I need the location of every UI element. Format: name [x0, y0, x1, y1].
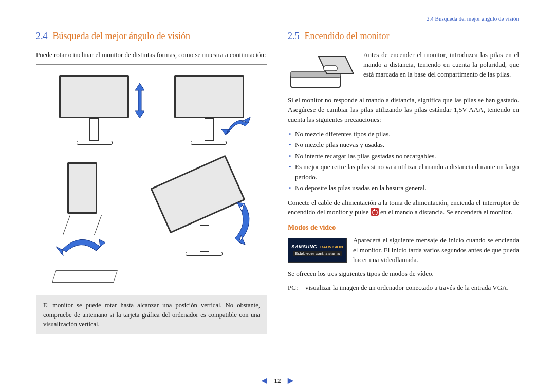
paragraph-batteries-replace: Si el monitor no responde al mando a dis… — [288, 96, 519, 125]
definition-body: visualizar la imagen de un ordenador con… — [305, 283, 509, 293]
list-item: No mezcle diferentes tipos de pilas. — [288, 129, 519, 139]
right-column: 2.5Encendido del monitor Antes de encend… — [288, 31, 519, 334]
startup-message-text: Establecer conf. sistema — [293, 251, 342, 256]
remote-battery-figure — [288, 52, 357, 94]
pager: ◀ 12 ▶ — [0, 376, 555, 385]
precautions-list: No mezcle diferentes tipos de pilas. No … — [288, 129, 519, 193]
list-item: Es mejor que retire las pilas si no va a… — [288, 162, 519, 182]
heading-rule — [36, 45, 267, 45]
rotate-arrow-icon — [218, 200, 252, 247]
svg-rect-2 — [324, 66, 337, 71]
rotation-figure — [36, 64, 267, 290]
section-title: Encendido del monitor — [305, 31, 390, 41]
list-item: No deposite las pilas usadas en la basur… — [288, 183, 519, 193]
vertical-arrow-icon — [133, 82, 146, 119]
heading-rule — [288, 45, 519, 45]
tilt-arrow-icon — [220, 114, 251, 139]
section-2-4-heading: 2.4Búsqueda del mejor ángulo de visión — [36, 31, 267, 42]
left-column: 2.4Búsqueda del mejor ángulo de visión P… — [36, 31, 267, 334]
running-header: 2.4 Búsqueda del mejor ángulo de visión — [36, 15, 519, 22]
paragraph-power-on: Conecte el cable de alimentación a la to… — [288, 198, 519, 218]
section-number: 2.4 — [36, 31, 48, 41]
brand-samsung: SAMSUNG — [292, 244, 318, 249]
page-number: 12 — [274, 377, 281, 384]
list-item: No intente recargar las pilas gastadas n… — [288, 151, 519, 161]
startup-message-figure: SAMSUNG RADVISION Establecer conf. siste… — [288, 238, 347, 263]
brand-radvision: RADVISION — [320, 245, 343, 249]
definition-term: PC: — [288, 283, 300, 293]
definition-pc: PC: visualizar la imagen de un ordenador… — [288, 283, 519, 293]
subsection-video-modes: Modos de vídeo — [288, 223, 519, 232]
section-2-5-heading: 2.5Encendido del monitor — [288, 31, 519, 42]
paragraph-video-modes-intro: Se ofrecen los tres siguientes tipos de … — [288, 269, 519, 279]
note-box: El monitor se puede rotar hasta alcanzar… — [36, 295, 267, 334]
section-title: Búsqueda del mejor ángulo de visión — [53, 31, 190, 41]
text-fragment: en el mando a distancia. Se encenderá el… — [379, 208, 512, 216]
power-button-icon — [371, 208, 379, 216]
swivel-arrow-icon — [52, 234, 108, 265]
section-number: 2.5 — [288, 31, 300, 41]
intro-paragraph: Puede rotar o inclinar el monitor de dis… — [36, 50, 267, 60]
next-page-arrow-icon[interactable]: ▶ — [283, 377, 299, 384]
prev-page-arrow-icon[interactable]: ◀ — [256, 377, 272, 384]
two-column-layout: 2.4Búsqueda del mejor ángulo de visión P… — [36, 31, 519, 334]
list-item: No mezcle pilas nuevas y usadas. — [288, 140, 519, 150]
